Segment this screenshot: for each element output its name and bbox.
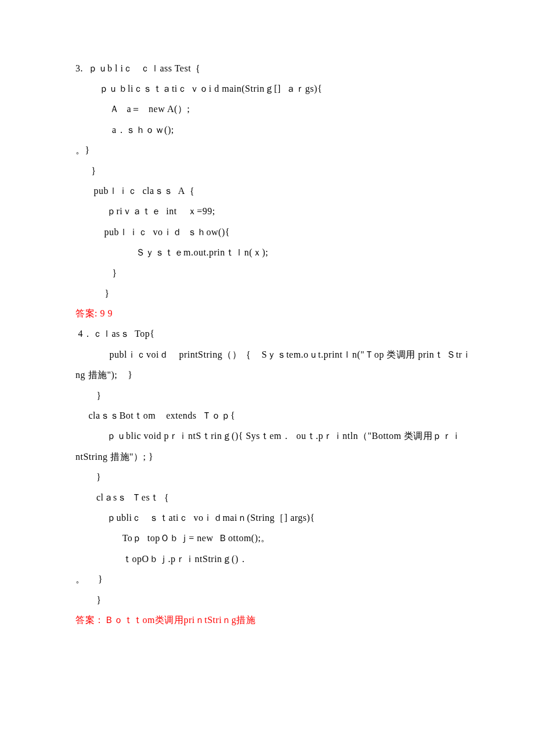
code-line: 。 } (75, 569, 459, 589)
answer-line: 答案: 9 9 (75, 303, 459, 323)
code-line: clａsｓ Ｔesｔ｛ (75, 487, 459, 507)
code-line: ntString 措施"）; } (75, 447, 459, 467)
code-line: ｝ (75, 589, 459, 610)
code-content: 3. ｐｕb l iｃ ｃｌass Test｛ ｐｕｂliｃｓｔａtiｃ ｖｏi… (75, 58, 459, 630)
code-line: Toｐ topＯｂｊ= new Ｂottom();。 (75, 528, 459, 548)
code-line: ｔopOｂｊ.pｒｉntStrinｇ()． (75, 549, 459, 569)
code-line: ng 措施"); } (75, 365, 459, 385)
code-line: ｝ (75, 160, 459, 181)
code-line: ｝ (75, 283, 459, 303)
code-line: ｐｕｂliｃｓｔａtiｃ ｖｏi d main(Strinｇ[] ａｒgs){ (75, 78, 459, 99)
code-line: claｓｓBotｔom extends Ｔｏｐ{ (75, 405, 459, 426)
code-line: Ａ a＝ new A(）; (75, 99, 459, 119)
code-line: ｝ (75, 385, 459, 405)
code-line: ｐriｖａｔｅ int ｘ=99; (75, 201, 459, 221)
document-page: 3. ｐｕb l iｃ ｃｌass Test｛ ｐｕｂliｃｓｔａtiｃ ｖｏi… (0, 0, 534, 665)
code-line: pubｌｉｃ voｉｄ ｓｈow(){ (75, 222, 459, 242)
code-line: ｐubliｃ ｓｔatiｃ voｉｄmaiｎ(String［] args){ (75, 507, 459, 528)
code-line: publｉｃvoiｄ printString（）｛ Sｙｓtem.oｕt.pri… (75, 344, 459, 365)
code-line: pubｌｉｃ claｓｓ A｛ (75, 181, 459, 201)
code-line: ｝ (75, 262, 459, 283)
code-line: } (75, 467, 459, 487)
code-line: 3. ｐｕb l iｃ ｃｌass Test｛ (75, 58, 459, 78)
code-line: 。} (75, 140, 459, 160)
code-line: ｐｕblic void pｒｉntSｔrinｇ(){ Sysｔem． ouｔ.p… (75, 426, 459, 446)
answer-line: 答案：Ｂｏｔｔom类调用priｎtStriｎg措施 (75, 610, 459, 630)
code-line: Ｓｙｓｔｅm.out.prinｔｌn(ｘ); (75, 242, 459, 262)
code-line: a．ｓｈｏｗ(); (75, 120, 459, 140)
code-line: 4．ｃｌasｓ Top{ (75, 323, 459, 344)
